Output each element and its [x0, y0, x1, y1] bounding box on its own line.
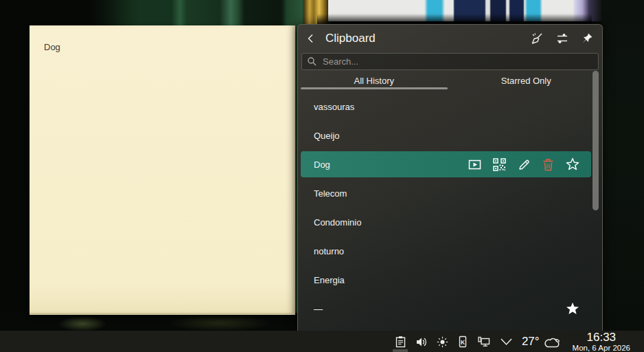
wallpaper-moss-detail — [58, 316, 106, 331]
item-text: Energia — [314, 275, 345, 285]
star-outline-icon — [566, 157, 579, 171]
clear-history-button[interactable] — [530, 32, 544, 45]
item-text: Queijo — [314, 131, 340, 141]
wallpaper-dark-right — [601, 0, 644, 331]
tab-label: Starred Only — [501, 76, 551, 86]
clock-time: 16:33 — [587, 331, 617, 344]
tray-expand-arrow-icon[interactable] — [500, 331, 513, 352]
sticky-note-widget[interactable]: Dog — [30, 25, 295, 315]
taskbar: K 27° 16:3 — [0, 331, 644, 352]
desktop: Dog Clipboard — [0, 0, 644, 352]
list-item[interactable]: Energia — [298, 265, 602, 294]
back-button[interactable] — [306, 33, 317, 44]
digital-clock[interactable]: 16:33 Mon, 6 Apr 2026 — [573, 331, 630, 352]
star-button[interactable] — [566, 157, 579, 171]
weather-widget[interactable]: 27° — [522, 335, 561, 349]
tab-starred-only[interactable]: Starred Only — [450, 71, 603, 91]
tray-display-icon[interactable] — [477, 331, 491, 352]
tray-brightness-icon[interactable] — [437, 331, 448, 352]
star-filled-icon[interactable] — [566, 302, 579, 316]
tab-all-history[interactable]: All History — [298, 71, 450, 91]
search-field[interactable] — [301, 53, 599, 70]
list-item-selected[interactable]: Dog — [301, 151, 591, 177]
active-task-indicator — [393, 349, 408, 352]
clock-date: Mon, 6 Apr 2026 — [573, 344, 630, 352]
qr-code-button[interactable] — [493, 158, 506, 171]
item-text: noturno — [314, 246, 344, 256]
filter-tabs: All History Starred Only — [298, 71, 602, 91]
tray-clipboard-icon[interactable] — [395, 331, 406, 352]
back-chevron-icon — [306, 33, 317, 44]
list-item[interactable]: Telecom — [298, 179, 602, 208]
broom-icon — [530, 32, 544, 45]
list-item-starred[interactable]: — — [298, 294, 602, 323]
pencil-icon — [518, 158, 531, 171]
invoke-action-button[interactable] — [468, 158, 481, 171]
list-item[interactable]: Condominio — [298, 208, 602, 236]
active-tab-indicator — [301, 87, 448, 89]
clipboard-history-list: vassouras Queijo Dog — [298, 92, 602, 323]
svg-text:K: K — [461, 339, 465, 346]
item-text: vassouras — [314, 102, 354, 112]
sliders-icon — [555, 32, 569, 45]
item-text: Condominio — [314, 217, 361, 228]
popup-header: Clipboard — [298, 25, 602, 52]
clipboard-popup: Clipboard — [297, 24, 603, 331]
item-text: — — [314, 304, 323, 314]
tray-kdeconnect-icon[interactable]: K — [457, 331, 468, 352]
configure-button[interactable] — [555, 32, 569, 45]
page-title: Clipboard — [325, 32, 376, 45]
qr-code-icon — [493, 158, 506, 171]
trash-icon — [542, 158, 554, 171]
search-input[interactable] — [321, 56, 593, 67]
play-window-icon — [468, 158, 481, 171]
search-icon — [307, 56, 317, 67]
item-text: Dog — [314, 160, 330, 170]
scrollbar[interactable] — [593, 71, 599, 210]
delete-button[interactable] — [542, 158, 554, 171]
list-item[interactable]: noturno — [298, 236, 602, 265]
wallpaper-moss-detail — [168, 315, 271, 331]
weather-temperature: 27° — [522, 335, 540, 349]
list-item[interactable]: Queijo — [298, 121, 602, 150]
cloud-icon — [542, 336, 561, 349]
item-actions — [468, 157, 579, 171]
edit-button[interactable] — [518, 158, 531, 171]
item-text: Telecom — [314, 188, 347, 199]
wallpaper-shadow — [317, 14, 592, 25]
tab-label: All History — [354, 76, 394, 86]
list-item[interactable]: vassouras — [298, 92, 602, 121]
note-text[interactable]: Dog — [30, 25, 295, 52]
tray-volume-icon[interactable] — [415, 331, 428, 352]
pin-button[interactable] — [581, 32, 593, 45]
pin-icon — [581, 32, 593, 45]
header-actions — [530, 32, 593, 45]
